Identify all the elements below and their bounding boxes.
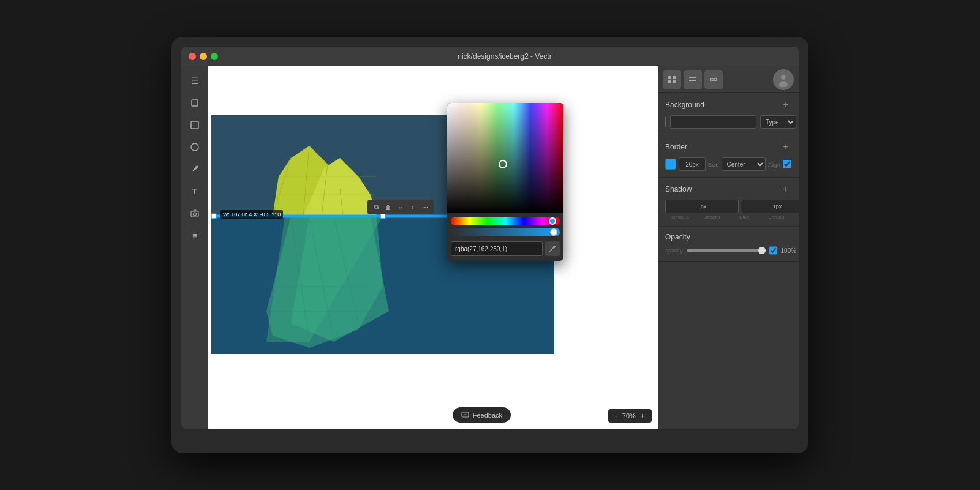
border-size-input[interactable] xyxy=(679,157,706,171)
opacity-checkbox[interactable] xyxy=(769,246,777,255)
shadow-offset-x-input[interactable] xyxy=(665,200,739,213)
left-toolbar: ☰ xyxy=(181,66,208,429)
opacity-title: Opacity xyxy=(665,233,690,241)
text-tool[interactable]: T xyxy=(185,181,205,201)
border-size-label: Size xyxy=(708,162,719,168)
shadow-offset-x-label: Offset X xyxy=(665,214,695,220)
zoom-controls: - 70% + xyxy=(608,409,652,423)
background-section: Background + Type Solid Linear Radial xyxy=(658,93,799,135)
bg-fill-input[interactable] xyxy=(670,115,756,129)
delete-sel-icon[interactable]: 🗑 xyxy=(383,202,394,213)
border-align-select[interactable]: Center Inside Outside xyxy=(722,157,766,171)
canvas-background: W: 107 H: 4 X: -0.5 Y: 0 ⧉ 🗑 ↔ ↕ ⋯ xyxy=(208,66,658,429)
border-color-swatch[interactable] xyxy=(665,159,676,170)
border-row: Size Center Inside Outside Align xyxy=(665,157,791,171)
bg-type-select[interactable]: Type Solid Linear Radial xyxy=(760,115,796,129)
border-enabled-checkbox[interactable] xyxy=(783,160,791,168)
svg-point-38 xyxy=(781,75,786,80)
color-picker-popup[interactable]: rgba(27,162,250,1) xyxy=(447,103,564,261)
svg-rect-31 xyxy=(673,76,676,79)
layout-view-button[interactable] xyxy=(684,70,702,89)
canvas-area[interactable]: W: 107 H: 4 X: -0.5 Y: 0 ⧉ 🗑 ↔ ↕ ⋯ xyxy=(208,66,658,429)
minimize-button[interactable] xyxy=(200,53,207,60)
laptop-screen: nick/designs/iceberg2 - Vectr ☰ xyxy=(181,47,799,429)
circle-tool[interactable] xyxy=(185,137,205,157)
shadow-spread-label: Spread xyxy=(761,214,791,220)
svg-rect-33 xyxy=(673,80,676,83)
svg-rect-1 xyxy=(191,121,198,129)
right-toolbar xyxy=(658,66,799,93)
svg-point-4 xyxy=(194,213,197,216)
flip-h-icon[interactable]: ↔ xyxy=(395,202,406,213)
svg-point-2 xyxy=(191,143,198,151)
link-button[interactable] xyxy=(704,70,723,89)
feedback-label: Feedback xyxy=(473,412,502,419)
laptop-frame: nick/designs/iceberg2 - Vectr ☰ xyxy=(172,37,809,453)
color-value-input[interactable]: rgba(27,162,250,1) xyxy=(451,241,543,256)
border-section-header: Border + xyxy=(665,141,791,153)
svg-point-39 xyxy=(779,81,788,87)
svg-rect-36 xyxy=(689,83,693,83)
color-spectrum[interactable] xyxy=(447,103,564,213)
close-button[interactable] xyxy=(189,53,196,60)
shadow-inputs xyxy=(665,200,791,213)
flip-v-icon[interactable]: ↕ xyxy=(407,202,418,213)
hue-slider[interactable] xyxy=(451,217,560,225)
svg-rect-3 xyxy=(191,211,198,217)
window-title: nick/designs/iceberg2 - Vectr xyxy=(218,52,791,61)
opacity-section-header: Opacity xyxy=(665,233,791,241)
zoom-in-button[interactable]: + xyxy=(638,411,647,421)
opacity-section: Opacity opacity 100% xyxy=(658,227,799,262)
opacity-value: 100% xyxy=(781,247,797,254)
svg-rect-34 xyxy=(689,77,696,78)
svg-rect-35 xyxy=(689,80,696,81)
title-bar: nick/designs/iceberg2 - Vectr xyxy=(181,47,799,66)
copy-sel-icon[interactable]: ⧉ xyxy=(371,202,382,213)
shadow-add-button[interactable]: + xyxy=(780,184,791,195)
bg-color-swatch[interactable] xyxy=(665,116,666,127)
background-add-button[interactable]: + xyxy=(780,99,791,110)
layers-tool[interactable]: ≡ xyxy=(185,225,205,245)
camera-tool[interactable] xyxy=(185,203,205,223)
border-align-label: Align xyxy=(768,162,780,168)
shadow-offset-y-input[interactable] xyxy=(741,200,799,213)
shadow-title: Shadow xyxy=(665,185,692,194)
app-body: ☰ xyxy=(181,66,799,429)
hue-thumb xyxy=(549,217,556,225)
border-add-button[interactable]: + xyxy=(780,141,791,153)
pen-tool[interactable] xyxy=(185,159,205,179)
border-section: Border + Size Center Inside Outside Alig… xyxy=(658,135,799,178)
border-title: Border xyxy=(665,143,687,151)
shadow-section: Shadow + Offset X Offset Y Blue xyxy=(658,178,799,227)
zoom-value: 70% xyxy=(622,412,636,420)
selection-toolbar: ⧉ 🗑 ↔ ↕ ⋯ xyxy=(368,200,434,214)
menu-tool[interactable]: ☰ xyxy=(185,71,205,91)
opacity-slider[interactable] xyxy=(687,249,766,252)
maximize-button[interactable] xyxy=(211,53,218,60)
more-sel-icon[interactable]: ⋯ xyxy=(420,202,431,213)
svg-rect-25 xyxy=(211,214,216,219)
shadow-section-header: Shadow + xyxy=(665,184,791,195)
opacity-slider-row: opacity 100% xyxy=(665,246,791,255)
svg-rect-0 xyxy=(192,100,198,106)
fill-row: Type Solid Linear Radial xyxy=(665,115,791,129)
zoom-out-button[interactable]: - xyxy=(613,411,620,421)
svg-rect-26 xyxy=(380,214,385,219)
traffic-lights xyxy=(189,53,218,60)
color-value-row: rgba(27,162,250,1) xyxy=(447,239,564,261)
eyedropper-button[interactable] xyxy=(545,241,560,256)
rect-tool[interactable] xyxy=(185,115,205,135)
avatar-button[interactable] xyxy=(773,69,794,90)
right-panel: Background + Type Solid Linear Radial xyxy=(658,66,799,429)
hue-slider-row xyxy=(447,213,564,228)
shadow-labels: Offset X Offset Y Blue Spread xyxy=(665,214,791,220)
background-title: Background xyxy=(665,100,704,109)
opacity-label-small: opacity xyxy=(665,247,683,254)
feedback-button[interactable]: Feedback xyxy=(453,407,511,423)
select-tool[interactable] xyxy=(185,93,205,113)
svg-point-29 xyxy=(464,414,466,415)
svg-rect-32 xyxy=(668,80,671,83)
grid-view-button[interactable] xyxy=(663,70,681,89)
alpha-slider[interactable] xyxy=(451,228,560,236)
shadow-offset-y-label: Offset Y xyxy=(697,214,727,220)
